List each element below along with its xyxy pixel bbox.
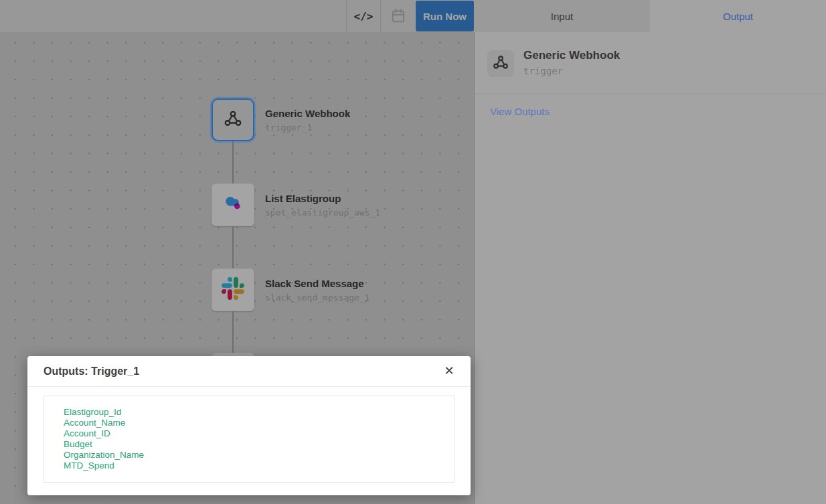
output-item: MTD_Spend <box>64 460 455 471</box>
panel-separator <box>475 94 826 94</box>
outputs-list: Elastigroup_Id Account_Name Account_ID B… <box>43 396 455 483</box>
modal-header: Outputs: Trigger_1 ✕ <box>27 356 471 387</box>
toolbar: </> Run Now <box>0 0 474 32</box>
tab-output[interactable]: Output <box>650 0 826 32</box>
node-label: List Elastigroup <box>265 193 380 205</box>
slack-icon <box>222 277 244 303</box>
output-item: Account_Name <box>64 418 455 428</box>
node-label: Generic Webhook <box>265 108 350 120</box>
panel-node-title: Generic Webhook <box>523 49 620 62</box>
panel-node-icon-box <box>487 50 514 77</box>
code-view-button[interactable]: </> <box>347 0 380 32</box>
node-list-elastigroup[interactable]: List Elastigroup spot_elastigroup_aws_1 <box>212 183 380 226</box>
connector-line <box>232 226 234 268</box>
node-icon-box[interactable] <box>212 268 254 311</box>
output-item: Account_ID <box>64 428 455 439</box>
spot-cloud-icon <box>221 191 245 218</box>
node-step-id: slack_send_message_1 <box>265 292 370 303</box>
close-icon[interactable]: ✕ <box>440 361 459 380</box>
tab-input[interactable]: Input <box>474 0 650 32</box>
output-item: Elastigroup_Id <box>64 407 455 418</box>
node-generic-webhook[interactable]: Generic Webhook trigger_1 <box>212 98 350 141</box>
node-label: Slack Send Message <box>265 278 370 290</box>
output-item: Budget <box>64 439 455 450</box>
outputs-modal: Outputs: Trigger_1 ✕ Elastigroup_Id Acco… <box>27 356 471 495</box>
schedule-button[interactable] <box>381 0 416 32</box>
calendar-icon <box>390 7 407 26</box>
output-panel: Generic Webhook trigger View Outputs <box>474 32 826 504</box>
node-step-id: spot_elastigroup_aws_1 <box>265 207 380 218</box>
io-tabs: Input Output <box>474 0 826 32</box>
output-item: Organization_Name <box>64 450 455 460</box>
panel-node-type: trigger <box>523 66 563 76</box>
node-icon-box[interactable] <box>212 98 254 141</box>
workflow-editor-app: </> Run Now Input Output <box>0 0 826 504</box>
view-outputs-link[interactable]: View Outputs <box>490 106 550 117</box>
node-icon-box[interactable] <box>212 183 254 226</box>
webhook-icon <box>223 108 243 131</box>
run-now-button[interactable]: Run Now <box>416 1 474 31</box>
modal-title: Outputs: Trigger_1 <box>44 365 139 377</box>
webhook-icon <box>492 54 509 74</box>
connector-line <box>232 311 234 353</box>
node-step-id: trigger_1 <box>265 122 350 133</box>
connector-line <box>232 141 234 183</box>
node-slack-send-message[interactable]: Slack Send Message slack_send_message_1 <box>212 268 370 311</box>
